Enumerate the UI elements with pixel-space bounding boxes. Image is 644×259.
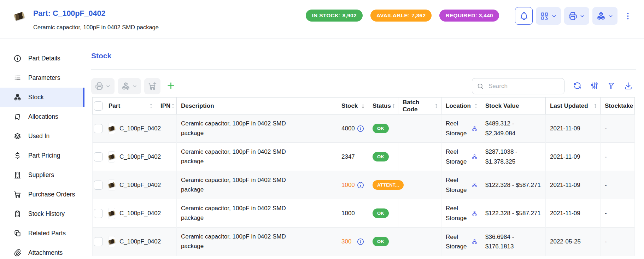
part-thumbnail <box>109 152 115 162</box>
status-cell: OK <box>368 114 398 143</box>
sitemap-icon <box>472 126 477 131</box>
sidebar-item-allocations[interactable]: Allocations <box>0 107 84 126</box>
stock-value-cell: $122.328 - $587.271 <box>481 199 546 228</box>
download-button[interactable] <box>624 81 633 91</box>
stock-actions-button[interactable] <box>592 7 617 25</box>
stocktake-cell: - <box>601 171 635 199</box>
sidebar-item-used-in[interactable]: Used In <box>0 126 84 146</box>
available-badge: AVAILABLE: 7,362 <box>370 10 432 22</box>
qrcode-icon <box>540 11 549 21</box>
overflow-menu-button[interactable] <box>622 7 633 25</box>
stocktake-cell: - <box>601 114 635 143</box>
sort-both-icon[interactable] <box>473 103 479 108</box>
sort-both-icon[interactable] <box>593 103 598 108</box>
column-header-stock[interactable]: Stock <box>337 98 368 114</box>
add-stock-item-button[interactable] <box>166 81 176 92</box>
row-checkbox[interactable] <box>94 124 103 133</box>
required-badge: REQUIRED: 3,440 <box>439 10 499 22</box>
sidebar-item-parameters[interactable]: Parameters <box>0 68 84 88</box>
sidebar-item-part-pricing[interactable]: Part Pricing <box>0 146 84 165</box>
batch-code-cell <box>398 114 441 143</box>
batch-code-cell <box>398 199 441 228</box>
sidebar-item-stock-history[interactable]: Stock History <box>0 204 84 224</box>
plus-icon <box>166 81 176 90</box>
cart-plus-icon <box>148 82 157 91</box>
search-input[interactable] <box>488 82 560 90</box>
print-actions-button[interactable] <box>564 7 589 25</box>
barcode-actions-button[interactable] <box>536 7 561 25</box>
info-circle-icon[interactable] <box>357 181 364 189</box>
info-circle-icon[interactable] <box>357 125 364 133</box>
clipboard-icon <box>13 210 22 218</box>
notifications-button[interactable] <box>515 7 533 25</box>
row-checkbox[interactable] <box>94 237 103 246</box>
stock-cell: 2347 <box>337 143 368 171</box>
table-row: C_100pF_0402 Ceramic capacitor, 100pF in… <box>93 171 635 199</box>
stock-value-cell: $489.312 - $2,349.084 <box>481 114 546 143</box>
part-name-link[interactable]: C_100pF_0402 <box>119 153 161 160</box>
stock-quantity: 4000 <box>341 125 355 132</box>
page-header: Part: C_100pF_0402 Ceramic capacitor, 10… <box>0 0 644 39</box>
select-all-checkbox[interactable] <box>94 101 103 111</box>
table-header-row: Part IPN Description Stock Status Batch … <box>93 98 635 114</box>
row-checkbox[interactable] <box>94 181 103 190</box>
stock-cell: 1000 <box>337 199 368 228</box>
stock-value-cell: $122.328 - $587.271 <box>481 171 546 199</box>
column-header-status[interactable]: Status <box>368 98 398 114</box>
table-actions <box>573 81 633 91</box>
sort-both-icon[interactable] <box>434 103 439 108</box>
sidebar-item-label: Suppliers <box>28 171 54 179</box>
info-circle-icon[interactable] <box>357 238 364 246</box>
part-description: Ceramic capacitor, 100pF in 0402 SMD pac… <box>33 24 159 31</box>
location-link[interactable]: Reel Storage <box>446 232 472 251</box>
part-name-link[interactable]: C_100pF_0402 <box>119 210 161 217</box>
sort-both-icon[interactable] <box>148 103 154 108</box>
sidebar-item-purchase-orders[interactable]: Purchase Orders <box>0 185 84 204</box>
table-settings-button[interactable] <box>590 81 599 91</box>
sort-desc-icon[interactable] <box>360 103 366 109</box>
refresh-button[interactable] <box>573 81 582 91</box>
last-updated-cell: 2021-11-09 <box>546 143 601 171</box>
column-header-part[interactable]: Part <box>104 98 156 114</box>
stock-badges: IN STOCK: 8,902AVAILABLE: 7,362REQUIRED:… <box>306 10 499 22</box>
sort-both-icon[interactable] <box>170 103 176 108</box>
filter-button[interactable] <box>607 81 616 91</box>
description-cell: Ceramic capacitor, 100pF in 0402 SMD pac… <box>177 114 337 143</box>
stock-quantity: 2347 <box>341 153 355 160</box>
column-header-last-updated[interactable]: Last Updated <box>546 98 601 114</box>
table-row: C_100pF_0402 Ceramic capacitor, 100pF in… <box>93 199 635 228</box>
location-link[interactable]: Reel Storage <box>446 175 472 194</box>
last-updated-cell: 2021-11-09 <box>546 171 601 199</box>
sidebar-item-attachments[interactable]: Attachments <box>0 243 84 259</box>
part-name-link[interactable]: C_100pF_0402 <box>119 238 161 245</box>
table-row: C_100pF_0402 Ceramic capacitor, 100pF in… <box>93 114 635 143</box>
toolbar-left-buttons <box>91 78 160 94</box>
part-name-link[interactable]: C_100pF_0402 <box>119 125 161 132</box>
location-link[interactable]: Reel Storage <box>446 204 472 223</box>
row-checkbox[interactable] <box>94 152 103 161</box>
stock-options-button[interactable] <box>118 78 141 94</box>
cart-icon <box>13 190 22 199</box>
status-cell: OK <box>368 143 398 171</box>
sidebar-item-label: Used In <box>28 133 49 140</box>
location-link[interactable]: Reel Storage <box>446 119 472 138</box>
column-header-location[interactable]: Location <box>441 98 481 114</box>
sidebar-item-label: Part Details <box>28 55 60 62</box>
sidebar: Part Details Parameters Stock Allocation… <box>0 39 84 259</box>
bell-icon <box>519 11 529 21</box>
sidebar-item-label: Related Parts <box>28 230 66 237</box>
print-options-button[interactable] <box>91 78 115 94</box>
column-header-ipn[interactable]: IPN <box>156 98 177 114</box>
paperclip-icon <box>13 249 22 257</box>
sidebar-item-part-details[interactable]: Part Details <box>0 49 84 68</box>
part-name-link[interactable]: C_100pF_0402 <box>119 182 161 189</box>
location-link[interactable]: Reel Storage <box>446 147 472 166</box>
sidebar-item-stock[interactable]: Stock <box>0 88 84 107</box>
sidebar-item-related-parts[interactable]: Related Parts <box>0 224 84 243</box>
sidebar-item-suppliers[interactable]: Suppliers <box>0 165 84 185</box>
row-checkbox[interactable] <box>94 209 103 218</box>
order-stock-button[interactable] <box>144 78 160 94</box>
sort-both-icon[interactable] <box>391 103 396 108</box>
location-cell: Reel Storage <box>441 228 481 256</box>
column-header-batch-code[interactable]: Batch Code <box>398 98 441 114</box>
